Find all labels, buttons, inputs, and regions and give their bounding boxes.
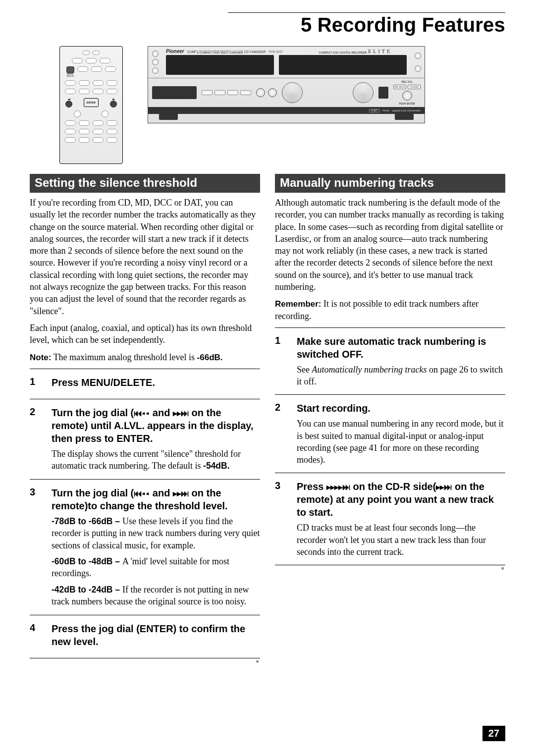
- jog-prev-button: [65, 101, 72, 108]
- skip-fwd-icon: ▸▸⏭: [173, 409, 189, 418]
- left-step-3: 3 Turn the jog dial (⏮◂◂ and ▸▸⏭ on the …: [30, 479, 260, 615]
- left-step-1: 1 Press MENU/DELETE.: [30, 369, 260, 399]
- chapter-heading: 5 Recording Features: [228, 12, 505, 36]
- right-step-1: 1 Make sure automatic track numbering is…: [275, 327, 505, 395]
- section-end-mark: ▪: [275, 563, 505, 574]
- rec-mute-button: REC MUTE: [393, 85, 406, 89]
- rec-vol-label: REC VOL: [402, 80, 413, 83]
- right-step-3: 3 Press ▸▸▸▸⏭ on the CD-R side(▸▸⏭ on th…: [275, 473, 505, 565]
- cdr-rw-button: CD-R/RW: [408, 85, 421, 89]
- strip-hibit: Hi-bit: [382, 109, 389, 112]
- right-para-1: Although automatic track numbering is th…: [275, 197, 505, 293]
- enter-button: ENTER: [84, 98, 99, 107]
- left-note: Note: The maximum analog threshold level…: [30, 351, 260, 364]
- jog-next-button: [110, 101, 117, 108]
- disc-tray: [152, 86, 197, 99]
- section-end-mark: ▪: [30, 656, 260, 667]
- skip-back-icon: ⏮◂◂: [134, 489, 150, 498]
- page-number: 27: [482, 726, 505, 741]
- right-step-2: 2 Start recording. You can use manual nu…: [275, 394, 505, 473]
- fast-fwd-icon: ▸▸▸▸⏭: [326, 483, 350, 492]
- push-enter-label: PUSH ENTER: [399, 102, 415, 105]
- menu-delete-button: [66, 66, 74, 73]
- skip-back-icon: ⏮◂◂: [134, 409, 150, 418]
- skip-fwd-icon: ▸▸⏭: [173, 489, 189, 498]
- illustration-row: MENU/ DELETE ◂◂ ENTER ▸▸: [30, 46, 505, 164]
- left-step-4: 4 Press the jog dial (ENTER) to confirm …: [30, 615, 260, 658]
- rec-vol-knob: [402, 91, 412, 101]
- chapter-title-text: Recording Features: [318, 14, 505, 36]
- cdr-dial: [353, 82, 374, 103]
- device-model: PDR-W37: [268, 50, 283, 54]
- strip-legato: Legato Link Conversion: [392, 109, 421, 112]
- left-para-2: Each input (analog, coaxial, and optical…: [30, 322, 260, 346]
- right-column: Manually numbering tracks Although autom…: [275, 174, 505, 667]
- prev-icon: ◂◂: [65, 97, 72, 101]
- elite-label: ELITE: [368, 49, 392, 54]
- jog-dial: [282, 82, 303, 103]
- remote-diagram: MENU/ DELETE ◂◂ ENTER ▸▸: [59, 46, 123, 164]
- chapter-number: 5: [301, 14, 312, 36]
- next-icon: ▸▸: [110, 97, 117, 101]
- right-section-header: Manually numbering tracks: [275, 174, 505, 193]
- right-remember: Remember: It is not possible to edit tra…: [275, 298, 505, 322]
- brand-logo: Pioneer: [166, 49, 184, 54]
- left-column: Setting the silence threshold If you're …: [30, 174, 260, 667]
- left-section-header: Setting the silence threshold: [30, 174, 260, 193]
- left-display-label: 3-COMPACT DISC MULTI CHANGER: [196, 51, 244, 54]
- left-step-2: 2 Turn the jog dial (⏮◂◂ and ▸▸⏭ on the …: [30, 399, 260, 479]
- device-diagram: Pioneer COMPACT DISC RECORDER / MULTI-CD…: [148, 46, 425, 123]
- cd-slot: [378, 87, 388, 99]
- skip-fwd-icon: ▸▸⏭: [436, 483, 452, 492]
- left-para-1: If you're recording from CD, MD, DCC or …: [30, 197, 260, 317]
- right-display-label: COMPACT DISC DIGITAL RECORDER: [318, 51, 368, 54]
